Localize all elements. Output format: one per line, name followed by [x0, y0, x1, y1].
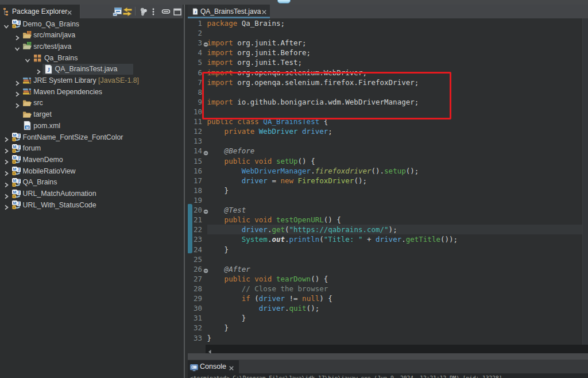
range-indicator-bar — [188, 204, 192, 253]
svg-text:M: M — [26, 126, 29, 129]
tree-item-url-matchautomation[interactable]: MJURL_MatchAutomation — [0, 188, 183, 200]
console-tab-label: Console — [200, 362, 226, 371]
chevron-down-icon[interactable] — [25, 55, 30, 61]
chevron-right-icon[interactable] — [14, 101, 20, 106]
tree-item-jre-system-library[interactable]: JRE System Library [JavaSE-1.8] — [0, 75, 183, 87]
toolbar-separator — [135, 7, 136, 16]
svg-text:J: J — [47, 66, 50, 72]
tree-item-qa-brainstest-java[interactable]: JQA_BrainsTest.java — [0, 64, 183, 75]
tab-console[interactable]: Console — [188, 360, 239, 373]
tree-item-mavendemo[interactable]: MJMavenDemo — [0, 154, 183, 165]
horizontal-sash[interactable] — [188, 353, 588, 360]
tab-package-explorer[interactable]: Package Explorer — [0, 5, 80, 18]
code-text: import org.junit.After; — [207, 38, 307, 48]
tree-item-src-test-java[interactable]: src/test/java — [0, 41, 183, 52]
window-top-strip — [0, 0, 588, 5]
minimize-button[interactable] — [161, 7, 171, 19]
svg-text:M: M — [13, 144, 17, 148]
tree-item-demo-qa-brains[interactable]: MJDemo_Qa_Brains — [0, 18, 183, 30]
chevron-right-icon[interactable] — [14, 33, 20, 38]
tree-item-label: forum — [23, 144, 41, 152]
editor-tabbar: J QA_BrainsTest.java — [188, 5, 588, 18]
line-number: 11 — [188, 117, 202, 126]
line-number: 18 — [188, 186, 202, 195]
maven-project-icon: MJ — [11, 166, 21, 176]
chevron-right-icon[interactable] — [14, 89, 20, 95]
code-line-15: 15 public void setUp() { — [188, 156, 588, 166]
maximize-button[interactable] — [173, 7, 182, 19]
project-tree: MJDemo_Qa_Brainssrc/main/javasrc/test/ja… — [0, 18, 183, 378]
line-number: 25 — [188, 254, 202, 264]
code-text: // Close the browser — [207, 284, 328, 294]
code-text: public void testOpenURL() { — [207, 215, 341, 225]
chevron-right-icon[interactable] — [3, 191, 9, 197]
horizontal-scrollbar[interactable] — [206, 345, 588, 353]
package-explorer-tabbar: Package Explorer — [0, 5, 184, 18]
tree-item-qa-brains[interactable]: Qa_Brains — [0, 52, 183, 64]
code-editor[interactable]: 1package Qa_Brains;23import org.junit.Af… — [188, 18, 588, 345]
svg-text:M: M — [13, 178, 17, 182]
package-explorer-panel: Package Explorer MJDemo_Qa_Brainssrc/mai… — [0, 5, 184, 378]
code-text: import org.junit.Before; — [207, 48, 311, 57]
line-number: 1 — [188, 18, 202, 28]
maven-project-icon: MJ — [11, 19, 21, 29]
chevron-right-icon[interactable] — [3, 157, 9, 163]
line-number: 33 — [188, 333, 202, 343]
link-with-editor-button[interactable] — [122, 7, 133, 19]
chevron-right-icon[interactable] — [3, 180, 9, 186]
chevron-right-icon[interactable] — [3, 134, 9, 140]
code-line-14: 14 @Before — [188, 146, 588, 156]
close-icon[interactable] — [66, 8, 74, 16]
chevron-right-icon[interactable] — [36, 67, 41, 72]
tree-item-src-main-java[interactable]: src/main/java — [0, 30, 183, 41]
tree-item-maven-dependencies[interactable]: Maven Dependencies — [0, 86, 183, 98]
tree-item-url-with-statuscode[interactable]: MJURL_With_StatusCode — [0, 199, 183, 211]
tree-item-pom-xml[interactable]: Mpom.xml — [0, 120, 183, 132]
tab-qa-brainstest-java[interactable]: J QA_BrainsTest.java — [188, 5, 270, 17]
filter-button[interactable] — [139, 7, 149, 19]
chevron-down-icon[interactable] — [14, 44, 20, 49]
chevron-right-icon[interactable] — [3, 168, 9, 174]
library-icon — [22, 87, 32, 97]
code-line-24: 24 } — [188, 245, 588, 254]
tree-item-src[interactable]: src — [0, 98, 183, 109]
code-text: @After — [207, 264, 250, 274]
package-explorer-icon — [3, 7, 10, 18]
java-file-icon: J — [192, 7, 199, 18]
tree-item-mobileratioview[interactable]: MJMobileRatioView — [0, 165, 183, 177]
chevron-down-icon[interactable] — [3, 21, 9, 27]
tree-item-label: src/test/java — [33, 43, 71, 51]
overview-ruler[interactable] — [582, 18, 588, 345]
svg-text:J: J — [18, 133, 20, 138]
code-line-12: 12 private WebDriver driver; — [188, 126, 588, 136]
chevron-right-icon[interactable] — [14, 78, 20, 84]
tree-item-label: QA_Brains — [23, 178, 57, 186]
line-number: 8 — [188, 87, 202, 97]
code-line-29: 29 if (driver != null) { — [188, 294, 588, 303]
line-number: 29 — [188, 294, 202, 303]
view-menu-button[interactable] — [151, 7, 156, 19]
code-text: package Qa_Brains; — [207, 18, 285, 28]
sash-line — [184, 5, 185, 378]
tree-item-forum[interactable]: MJforum — [0, 143, 183, 155]
chevron-right-icon[interactable] — [3, 146, 9, 152]
tree-item-fontname-fontsize-fontcolor[interactable]: MJFontName_FontSize_FontColor — [0, 132, 183, 143]
tree-item-label: QA_BrainsTest.java — [55, 65, 118, 73]
tree-item-label: Maven Dependencies — [33, 88, 102, 96]
line-number: 17 — [188, 176, 202, 186]
svg-text:M: M — [13, 20, 17, 24]
tree-item-qa-brains[interactable]: MJQA_Brains — [0, 177, 183, 188]
close-icon[interactable] — [228, 364, 235, 371]
tree-item-label: JRE System Library [JavaSE-1.8] — [33, 76, 139, 84]
tree-item-target[interactable]: target — [0, 109, 183, 121]
svg-text:J: J — [18, 179, 20, 184]
src-folder-main-icon — [22, 30, 32, 40]
collapse-all-button[interactable] — [113, 7, 122, 19]
code-text: @Test — [207, 205, 246, 215]
code-line-31: 31 } — [188, 313, 588, 323]
vertical-sash[interactable] — [183, 5, 188, 378]
maven-project-icon: MJ — [11, 200, 21, 210]
close-icon[interactable] — [261, 7, 268, 15]
chevron-right-icon[interactable] — [3, 202, 9, 208]
code-line-23: 23 System.out.println("Title: " + driver… — [188, 234, 588, 244]
